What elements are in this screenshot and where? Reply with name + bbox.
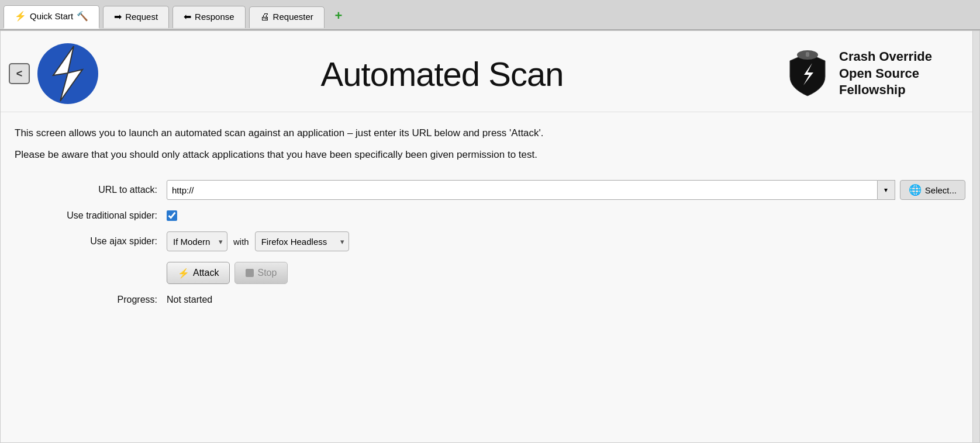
ajax-mode-wrapper: If Modern Always Never (167, 231, 227, 251)
tab-request[interactable]: ➡ Request (103, 6, 169, 28)
hammer-icon: 🔨 (77, 11, 88, 22)
body-content: This screen allows you to launch an auto… (1, 112, 979, 327)
attack-button[interactable]: ⚡ Attack (167, 262, 230, 284)
progress-label: Progress: (15, 295, 167, 305)
tab-quick-start[interactable]: ⚡ Quick Start 🔨 (4, 5, 99, 29)
tab-requester[interactable]: 🖨 Requester (249, 6, 325, 28)
attack-lightning-icon: ⚡ (178, 268, 189, 279)
zap-logo (36, 41, 100, 106)
spider-checkbox[interactable] (167, 210, 177, 221)
browser-wrapper: Firefox Headless Chrome Headless Firefox… (255, 231, 349, 251)
ajax-mode-select[interactable]: If Modern Always Never (167, 231, 227, 251)
url-dropdown-button[interactable]: ▾ (878, 180, 895, 200)
url-input[interactable] (167, 180, 878, 200)
browser-select[interactable]: Firefox Headless Chrome Headless Firefox… (255, 231, 349, 251)
tab-requester-label: Requester (273, 12, 313, 22)
tab-request-label: Request (125, 12, 158, 22)
ajax-label: Use ajax spider: (15, 236, 167, 247)
stop-label: Stop (257, 268, 277, 278)
description-line1: This screen allows you to launch an auto… (15, 125, 965, 141)
brand-logo: Crash Override Open Source Fellowship (784, 49, 968, 99)
tab-bar: ⚡ Quick Start 🔨 ➡ Request ⬅ Response 🖨 R… (0, 0, 980, 30)
progress-value: Not started (167, 295, 212, 305)
attack-label: Attack (193, 268, 219, 278)
with-label: with (233, 237, 249, 247)
brand-name: Crash Override Open Source Fellowship (839, 49, 968, 99)
form-section: URL to attack: ▾ 🌐 Select... Use traditi… (15, 180, 965, 305)
progress-row: Progress: Not started (15, 295, 965, 305)
left-arrow-icon: ⬅ (184, 11, 191, 22)
buttons-row: ⚡ Attack Stop (167, 262, 288, 284)
spider-label: Use traditional spider: (15, 210, 167, 221)
svg-rect-3 (806, 52, 809, 57)
stop-square-icon (246, 269, 254, 277)
header: < Automated Scan Crash Override Open Sou… (1, 31, 979, 112)
description-line2: Please be aware that you should only att… (15, 147, 965, 162)
page-title: Automated Scan (100, 54, 784, 94)
main-content: < Automated Scan Crash Override Open Sou… (0, 30, 980, 443)
ajax-row: Use ajax spider: If Modern Always Never … (15, 231, 965, 251)
url-row: URL to attack: ▾ 🌐 Select... (15, 180, 965, 200)
back-button[interactable]: < (9, 63, 30, 84)
buttons-row-container: ⚡ Attack Stop (15, 262, 965, 284)
tab-response-label: Response (195, 12, 234, 22)
lightning-icon: ⚡ (15, 11, 26, 22)
printer-icon: 🖨 (260, 12, 270, 22)
select-button[interactable]: 🌐 Select... (900, 180, 965, 200)
url-label: URL to attack: (15, 185, 167, 195)
spider-row: Use traditional spider: (15, 210, 965, 221)
tab-response[interactable]: ⬅ Response (172, 6, 246, 28)
add-tab-button[interactable]: + (329, 6, 348, 25)
ajax-group: If Modern Always Never with Firefox Head… (167, 231, 349, 251)
url-input-group: ▾ 🌐 Select... (167, 180, 965, 200)
acorn-icon (784, 50, 831, 97)
stop-button[interactable]: Stop (234, 262, 288, 284)
right-arrow-icon: ➡ (114, 11, 122, 22)
select-label: Select... (925, 185, 957, 195)
scrollbar[interactable] (972, 31, 979, 442)
globe-icon: 🌐 (909, 184, 922, 196)
tab-quick-start-label: Quick Start (30, 11, 73, 21)
